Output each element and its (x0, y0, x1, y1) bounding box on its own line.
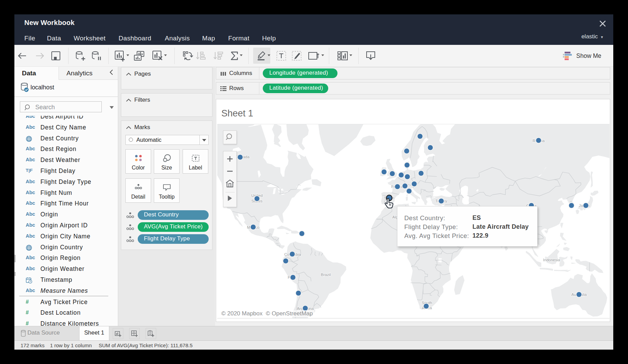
svg-text:Indonesia: Indonesia (543, 258, 560, 262)
svg-text:Brazil: Brazil (321, 273, 331, 277)
